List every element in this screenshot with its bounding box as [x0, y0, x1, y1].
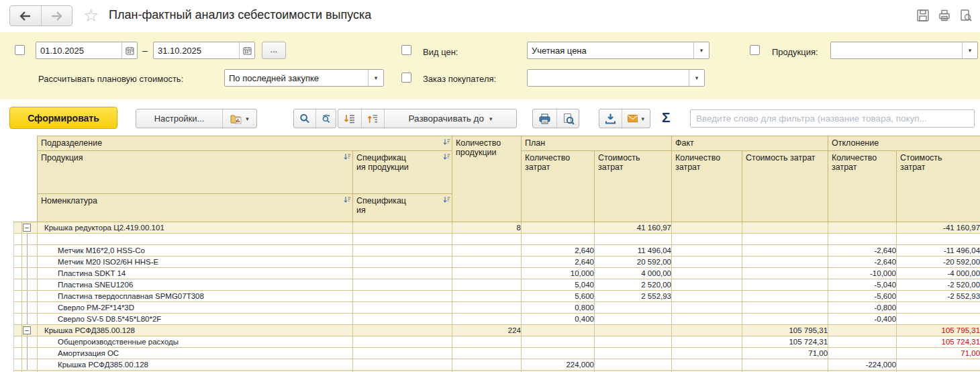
- calendar-icon[interactable]: [239, 42, 254, 58]
- plan-qty-cell[interactable]: [522, 222, 595, 234]
- period-more-button[interactable]: ...: [262, 42, 286, 59]
- table-row[interactable]: Общепроизводственные расходы 105 724,31 …: [14, 336, 980, 348]
- totals-sigma-icon[interactable]: Σ: [662, 109, 671, 126]
- preview-icon[interactable]: [959, 8, 973, 23]
- fact-cost-cell[interactable]: [742, 291, 828, 302]
- expand-to-button[interactable]: Разворачивать до ▾: [384, 109, 516, 128]
- fact-cost-cell[interactable]: 105 795,31: [742, 325, 828, 336]
- plan-qty-cell[interactable]: 2,640: [522, 257, 595, 268]
- plan-cost-cell[interactable]: [595, 348, 672, 359]
- dev-cost-cell[interactable]: [897, 234, 980, 245]
- dev-cost-cell[interactable]: -2 520,00: [897, 279, 980, 291]
- qty-production-cell[interactable]: [452, 279, 522, 291]
- plan-cost-cell[interactable]: 20 592,00: [595, 257, 672, 268]
- fact-qty-cell[interactable]: [672, 302, 742, 314]
- dev-qty-cell[interactable]: -10,000: [828, 268, 897, 279]
- name-cell[interactable]: Пластина твердосплавная SPMG07T308: [38, 291, 353, 302]
- fact-cost-cell[interactable]: [742, 359, 828, 371]
- dev-qty-cell[interactable]: [828, 234, 897, 245]
- table-row[interactable]: Сверло PM-2F*14*3D 0,800 -0,800: [14, 302, 980, 314]
- plan-cost-cell[interactable]: [595, 359, 672, 371]
- dev-qty-cell[interactable]: -2,640: [828, 245, 897, 257]
- sort-icon[interactable]: [443, 138, 450, 148]
- name-cell[interactable]: Крышка РСФД385.00.128: [38, 359, 353, 371]
- table-row[interactable]: Амортизация ОС 71,00 71,00: [14, 348, 980, 359]
- fact-qty-cell[interactable]: [672, 245, 742, 257]
- send-mail-button[interactable]: ▾: [622, 109, 650, 128]
- name-cell[interactable]: Крышка РСФД385.00.128: [38, 325, 353, 336]
- table-row[interactable]: Пластина твердосплавная SPMG07T308 5,600…: [14, 291, 980, 302]
- date-from-value[interactable]: 01.10.2025: [36, 42, 121, 58]
- plan-cost-value[interactable]: По последней закупке: [225, 70, 368, 86]
- plan-cost-cell[interactable]: [595, 234, 672, 245]
- name-cell[interactable]: Общепроизводственные расходы: [38, 336, 353, 348]
- dev-qty-cell[interactable]: -0,800: [828, 302, 897, 314]
- fact-qty-cell[interactable]: [672, 291, 742, 302]
- plan-cost-cell[interactable]: [595, 302, 672, 314]
- table-row[interactable]: Метчик M20 ISO2/6H HHS-E 2,640 20 592,00…: [14, 257, 980, 268]
- save-icon[interactable]: [916, 8, 930, 23]
- name-cell[interactable]: Сверло SV-5 D8.5*45*L80*2F: [38, 314, 353, 325]
- fact-cost-cell[interactable]: [742, 268, 828, 279]
- name-cell[interactable]: Пластина SDKT 14: [38, 268, 353, 279]
- expand-rows-button[interactable]: [338, 109, 361, 128]
- plan-qty-cell[interactable]: 5,040: [522, 279, 595, 291]
- qty-production-cell[interactable]: [452, 245, 522, 257]
- qty-production-cell[interactable]: [452, 336, 522, 348]
- collapse-rows-button[interactable]: [361, 109, 384, 128]
- table-row[interactable]: Пластина SDKT 14 10,000 4 000,00 -10,000…: [14, 268, 980, 279]
- fact-cost-cell[interactable]: [742, 245, 828, 257]
- qty-production-cell[interactable]: [452, 257, 522, 268]
- name-cell[interactable]: [38, 234, 353, 245]
- table-row[interactable]: – Крышка РСФД385.00.128 224 105 795,31 1…: [14, 325, 980, 336]
- spec-cell[interactable]: [353, 268, 452, 279]
- dev-cost-cell[interactable]: [897, 302, 980, 314]
- header-plan-qty-costs[interactable]: Количество затрат: [522, 151, 595, 222]
- spec-cell[interactable]: [353, 257, 452, 268]
- sort-icon[interactable]: [344, 153, 351, 162]
- fact-qty-cell[interactable]: [672, 268, 742, 279]
- dev-qty-cell[interactable]: -0,400: [828, 314, 897, 325]
- dev-cost-cell[interactable]: 105 724,31: [897, 336, 980, 348]
- fact-qty-cell[interactable]: [672, 325, 742, 336]
- plan-qty-cell[interactable]: [522, 348, 595, 359]
- name-cell[interactable]: Амортизация ОС: [38, 348, 353, 359]
- production-dropdown-button[interactable]: ▾: [962, 42, 977, 58]
- dev-qty-cell[interactable]: -224,000: [828, 359, 897, 371]
- dev-cost-cell[interactable]: [897, 359, 980, 371]
- dev-cost-cell[interactable]: -20 592,00: [897, 257, 980, 268]
- name-cell[interactable]: Сверло PM-2F*14*3D: [38, 302, 353, 314]
- dev-cost-cell[interactable]: -41 160,97: [897, 222, 980, 234]
- fact-cost-cell[interactable]: [742, 302, 828, 314]
- dev-cost-cell[interactable]: 71,00: [897, 348, 980, 359]
- price-type-checkbox[interactable]: [401, 45, 411, 55]
- dev-cost-cell[interactable]: -4 000,00: [897, 268, 980, 279]
- spec-cell[interactable]: [353, 291, 452, 302]
- spec-cell[interactable]: [353, 302, 452, 314]
- table-row[interactable]: Пластина SNEU1206 5,040 2 520,00 -5,040 …: [14, 279, 980, 291]
- spec-cell[interactable]: [353, 359, 452, 371]
- sort-icon[interactable]: [443, 153, 450, 162]
- plan-cost-cell[interactable]: 11 496,04: [595, 245, 672, 257]
- plan-qty-cell[interactable]: 0,400: [522, 314, 595, 325]
- header-qty-production[interactable]: Количество продукции: [452, 136, 522, 222]
- fact-qty-cell[interactable]: [672, 336, 742, 348]
- fact-qty-cell[interactable]: [672, 348, 742, 359]
- header-spec-production[interactable]: Спецификация продукции: [353, 151, 452, 194]
- plan-qty-cell[interactable]: 0,800: [522, 302, 595, 314]
- header-fact[interactable]: Факт: [672, 136, 828, 151]
- spec-cell[interactable]: [353, 348, 452, 359]
- qty-production-cell[interactable]: 224: [452, 325, 522, 336]
- table-row[interactable]: [14, 234, 980, 245]
- fact-cost-cell[interactable]: 71,00: [742, 348, 828, 359]
- plan-qty-cell[interactable]: 5,600: [522, 291, 595, 302]
- plan-cost-cell[interactable]: [595, 314, 672, 325]
- spec-cell[interactable]: [353, 222, 452, 234]
- table-row[interactable]: – Крышка редуктора Ц2.419.00.101 8 41 16…: [14, 222, 980, 234]
- plan-cost-cell[interactable]: 41 160,97: [595, 222, 672, 234]
- dev-qty-cell[interactable]: [828, 222, 897, 234]
- calendar-icon[interactable]: [121, 42, 137, 58]
- fact-cost-cell[interactable]: [742, 257, 828, 268]
- print-icon[interactable]: [937, 8, 952, 23]
- header-production[interactable]: Продукция: [38, 151, 353, 194]
